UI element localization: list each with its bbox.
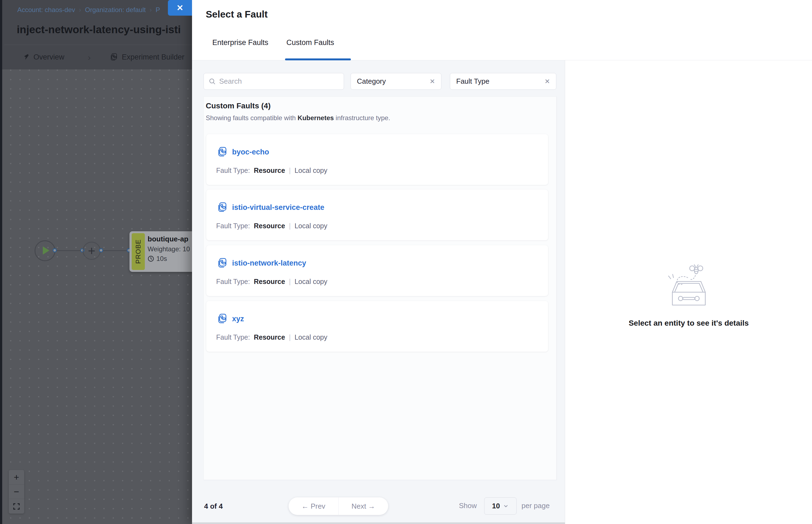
- start-node[interactable]: [35, 240, 55, 261]
- per-page-label: per page: [521, 502, 550, 510]
- modal-title: Select a Fault: [206, 9, 268, 20]
- empty-state-text: Select an entity to see it's details: [565, 319, 812, 328]
- empty-drawer-illustration: [661, 263, 716, 310]
- fault-type-filter-label: Fault Type: [456, 77, 490, 86]
- tab-experiment-builder-label: Experiment Builder: [122, 53, 184, 62]
- probe-node-card[interactable]: PROBE boutique-ap Weightage: 10 10s: [130, 231, 198, 272]
- zoom-out-button[interactable]: −: [9, 485, 24, 499]
- connector-dot: [53, 248, 57, 252]
- probe-node-weightage: Weightage: 10: [148, 245, 190, 253]
- tab-custom-faults[interactable]: Custom Faults: [286, 38, 334, 47]
- fault-name-link[interactable]: istio-network-latency: [232, 259, 306, 267]
- category-filter[interactable]: Category ✕: [351, 73, 442, 90]
- tab-enterprise-faults[interactable]: Enterprise Faults: [212, 38, 268, 47]
- plus-icon: +: [88, 244, 96, 257]
- canvas-zoom-controls: + −: [9, 470, 24, 513]
- clear-fault-type-icon[interactable]: ✕: [545, 78, 550, 85]
- fault-meta: Fault Type: Resource | Local copy: [216, 166, 327, 175]
- page-title: inject-network-latency-using-isti: [17, 23, 181, 36]
- fault-meta: Fault Type: Resource | Local copy: [216, 222, 327, 230]
- pagination-count: 4 of 4: [204, 502, 223, 510]
- search-input[interactable]: [219, 77, 339, 86]
- fault-card-istio-network-latency[interactable]: istio-network-latency Fault Type: Resour…: [206, 245, 548, 296]
- clear-category-icon[interactable]: ✕: [430, 78, 435, 85]
- fault-list-heading: Custom Faults (4): [206, 101, 270, 110]
- fullscreen-button[interactable]: [9, 499, 24, 513]
- category-filter-label: Category: [357, 77, 386, 86]
- search-box: [203, 73, 344, 90]
- page-size-value: 10: [492, 502, 500, 510]
- custom-faults-tab-underline: [285, 59, 351, 60]
- modal-header: Select a Fault Enterprise Faults Custom …: [192, 0, 812, 60]
- fault-icon: [216, 313, 228, 325]
- fault-icon: [216, 146, 228, 158]
- connector-line: [56, 250, 83, 251]
- fault-card-byoc-echo[interactable]: byoc-echo Fault Type: Resource | Local c…: [206, 134, 548, 185]
- show-label: Show: [459, 502, 477, 510]
- probe-node-title: boutique-ap: [148, 235, 188, 243]
- fault-list-column: Category ✕ Fault Type ✕ Custom Faults (4…: [192, 60, 565, 524]
- fullscreen-icon: [13, 503, 20, 510]
- breadcrumb: Account: chaos-dev › Organization: defau…: [17, 6, 160, 14]
- empty-state: Select an entity to see it's details: [565, 263, 812, 328]
- breadcrumb-account-link[interactable]: Account: chaos-dev: [17, 6, 75, 14]
- pagination-buttons: ← Prev Next →: [288, 497, 388, 515]
- screen: Account: chaos-dev › Organization: defau…: [0, 0, 812, 524]
- breadcrumb-separator: ›: [149, 6, 152, 14]
- play-icon: [43, 246, 49, 255]
- fault-card-istio-virtual-service-create[interactable]: istio-virtual-service-create Fault Type:…: [206, 190, 548, 240]
- scrollbar-track[interactable]: [557, 97, 557, 480]
- probe-tag: PROBE: [132, 233, 145, 270]
- fault-name-link[interactable]: byoc-echo: [232, 148, 269, 157]
- fault-type-filter[interactable]: Fault Type ✕: [450, 73, 556, 90]
- fault-icon: [216, 202, 228, 213]
- experiment-builder-icon: [109, 53, 118, 62]
- tab-chevron-icon: ›: [88, 52, 91, 63]
- connector-dot: [99, 248, 103, 252]
- tab-experiment-builder[interactable]: Experiment Builder: [109, 45, 184, 69]
- chevron-down-icon: [503, 504, 509, 509]
- page-size-select[interactable]: 10: [484, 497, 516, 515]
- fault-list-subtitle: Showing faults compatible with Kubernete…: [206, 114, 390, 122]
- tab-overview[interactable]: Overview: [22, 45, 65, 69]
- breadcrumb-project-link[interactable]: P: [155, 6, 160, 14]
- select-fault-modal: ✕ Select a Fault Enterprise Faults Custo…: [192, 0, 812, 524]
- next-page-button[interactable]: Next →: [338, 497, 388, 515]
- fault-name-link[interactable]: xyz: [232, 315, 244, 323]
- fault-name-link[interactable]: istio-virtual-service-create: [232, 203, 324, 212]
- tab-overview-label: Overview: [33, 53, 65, 62]
- collapsed-sidebar-strip: [0, 0, 2, 524]
- connector-line: [103, 250, 129, 251]
- clock-icon: [148, 256, 154, 262]
- probe-duration-label: 10s: [156, 255, 167, 263]
- zoom-in-button[interactable]: +: [9, 470, 24, 485]
- fault-meta: Fault Type: Resource | Local copy: [216, 333, 327, 341]
- modal-body: Category ✕ Fault Type ✕ Custom Faults (4…: [192, 60, 812, 524]
- prev-page-button[interactable]: ← Prev: [288, 497, 338, 515]
- fault-card-xyz[interactable]: xyz Fault Type: Resource | Local copy: [206, 301, 548, 352]
- details-panel: Select an entity to see it's details: [565, 60, 812, 524]
- breadcrumb-separator: ›: [79, 6, 81, 14]
- probe-node-duration: 10s: [148, 255, 167, 263]
- fault-icon: [216, 257, 228, 269]
- overview-icon: [22, 53, 30, 61]
- fault-meta: Fault Type: Resource | Local copy: [216, 278, 327, 285]
- add-step-button[interactable]: +: [83, 242, 101, 260]
- search-icon: [209, 78, 216, 85]
- bottom-edge: [192, 522, 565, 524]
- close-button[interactable]: ✕: [168, 0, 192, 16]
- breadcrumb-org-link[interactable]: Organization: default: [85, 6, 146, 14]
- probe-tag-label: PROBE: [134, 239, 142, 264]
